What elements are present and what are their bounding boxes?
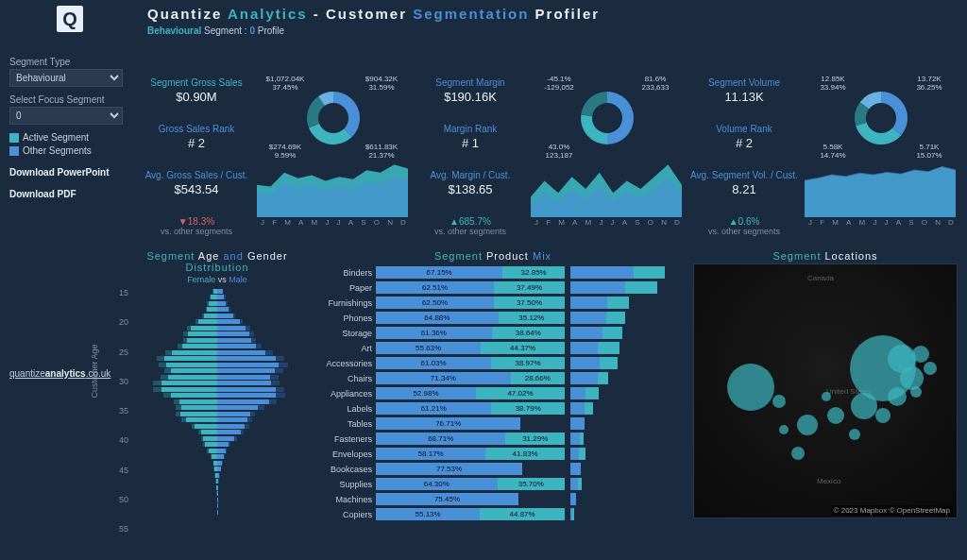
mix-row[interactable]: Storage61.36%38.64%: [302, 326, 684, 340]
mix-row[interactable]: Labels61.21%38.79%: [302, 401, 684, 416]
mix-label: Phones: [302, 314, 372, 323]
mix-label: Paper: [302, 283, 372, 293]
kpi-avg-value: $138.65: [414, 182, 527, 196]
map-bubble[interactable]: [772, 395, 786, 408]
kpi-value: 11.13K: [687, 90, 801, 104]
kpi-title: Segment Gross Sales: [140, 77, 253, 88]
mix-label: Machines: [302, 495, 372, 504]
focus-segment-select[interactable]: 0: [9, 107, 123, 125]
mix-row[interactable]: Machines75.45%: [302, 492, 684, 506]
kpi-title: Segment Margin: [414, 77, 527, 88]
locations-title: Segment Locations: [693, 250, 958, 262]
map-bubble[interactable]: [822, 392, 831, 401]
donut-chart[interactable]: 12.85K33.94%13.72K36.25%5.58K14.74%5.71K…: [805, 76, 958, 161]
product-mix-rows: Binders67.15%32.85%Paper62.51%37.49%Furn…: [302, 265, 684, 521]
map-bubble[interactable]: [910, 386, 922, 398]
donut-label: 43.0%123,187: [531, 144, 587, 161]
kpi-delta-sub: vs. other segments: [687, 227, 801, 236]
segment-type-select[interactable]: Behavioural: [9, 69, 123, 87]
svg-point-0: [318, 103, 348, 133]
mix-pct-bar: 62.51%37.49%: [376, 281, 565, 294]
kpi-rank-title: Volume Rank: [687, 124, 801, 134]
pyramid-tick: 15: [119, 288, 128, 297]
mix-label: Furnishings: [302, 298, 372, 308]
kpi-block: Segment Margin $190.16K Margin Rank # 1 …: [414, 76, 684, 246]
kpi-avg-value: 8.21: [687, 182, 801, 196]
mix-total-bar: [570, 312, 625, 324]
kpi-block: Segment Volume 11.13K Volume Rank # 2 Av…: [687, 76, 958, 246]
map-bubble[interactable]: [827, 407, 844, 424]
locations-map[interactable]: Canada United States Mexico © 2023 Mapbo…: [693, 263, 958, 518]
map-bubble[interactable]: [900, 366, 924, 390]
brand-logo: Q: [57, 6, 83, 32]
page-subtitle: Behavioural Segment : 0 Profile: [147, 25, 967, 36]
legend-swatch-teal: [9, 133, 19, 143]
age-gender-title: Segment Age and Gender Distribution: [142, 250, 293, 273]
map-bubble[interactable]: [912, 346, 929, 363]
donut-label: 5.71K15.07%: [901, 144, 958, 161]
mix-row[interactable]: Appliances52.98%47.02%: [302, 386, 684, 400]
map-credit: © 2023 Mapbox © OpenStreetMap: [831, 505, 953, 516]
kpi-rank-value: # 1: [414, 136, 527, 150]
map-bubble[interactable]: [779, 425, 789, 434]
pyramid-tick: 45: [119, 466, 128, 475]
map-bubble[interactable]: [924, 362, 937, 375]
kpi-avg-title: Avg. Gross Sales / Cust.: [140, 170, 253, 180]
mix-row[interactable]: Envelopes58.17%41.83%: [302, 447, 684, 461]
download-pdf-button[interactable]: Download PDF: [9, 189, 132, 199]
kpi-rank-value: # 2: [687, 136, 801, 150]
mix-row[interactable]: Accessories61.03%38.97%: [302, 356, 684, 370]
mix-pct-bar: 55.63%44.37%: [376, 342, 565, 354]
mix-pct-bar: 58.17%41.83%: [376, 448, 565, 460]
download-ppt-button[interactable]: Download PowerPoint: [9, 167, 132, 178]
area-chart[interactable]: JFMAMJJASOND: [805, 161, 958, 227]
mix-total-bar: [570, 342, 619, 354]
mix-pct-bar: 61.36%38.64%: [376, 327, 565, 339]
map-bubble[interactable]: [851, 393, 877, 419]
map-bubble[interactable]: [791, 447, 805, 460]
kpi-rank-value: # 2: [140, 136, 253, 150]
mix-total-bar: [570, 463, 584, 475]
map-bubble[interactable]: [727, 364, 774, 411]
map-label-mexico: Mexico: [817, 477, 840, 485]
month-axis: JFMAMJJASOND: [257, 218, 410, 227]
mix-row[interactable]: Bookcases77.53%: [302, 462, 684, 476]
donut-chart[interactable]: $1,072.04K37.45%$904.32K31.59%$274.69K9.…: [257, 76, 410, 161]
mix-pct-bar: 62.50%37.50%: [376, 297, 565, 309]
mix-total-bar: [570, 327, 622, 339]
mix-row[interactable]: Copiers55.13%44.87%: [302, 507, 684, 521]
mix-pct-bar: 61.21%38.79%: [376, 402, 565, 415]
age-gender-panel: Segment Age and Gender Distribution Fema…: [9, 250, 293, 555]
kpi-delta: ▲0.6%: [687, 216, 801, 227]
mix-row[interactable]: Supplies64.30%35.70%: [302, 477, 684, 491]
map-bubble[interactable]: [875, 408, 891, 423]
mix-total-bar: [570, 281, 657, 294]
donut-label: 13.72K36.25%: [901, 76, 958, 93]
mix-row[interactable]: Binders67.15%32.85%: [302, 265, 684, 280]
mix-label: Envelopes: [302, 450, 372, 459]
mix-row[interactable]: Fasteners68.71%31.29%: [302, 432, 684, 446]
mix-pct-bar: 77.53%: [376, 463, 565, 475]
map-bubble[interactable]: [849, 429, 860, 440]
mix-row[interactable]: Furnishings62.50%37.50%: [302, 296, 684, 310]
segment-type-label: Segment Type: [9, 57, 132, 67]
area-chart[interactable]: JFMAMJJASOND: [531, 161, 684, 227]
donut-chart[interactable]: -45.1%-129,05281.6%233,63343.0%123,187: [531, 76, 684, 161]
mix-row[interactable]: Art55.63%44.37%: [302, 341, 684, 355]
mix-row[interactable]: Paper62.51%37.49%: [302, 280, 684, 295]
area-chart[interactable]: JFMAMJJASOND: [257, 161, 410, 227]
month-axis: JFMAMJJASOND: [805, 218, 958, 227]
mix-total-bar: [570, 266, 665, 279]
mix-total-bar: [570, 478, 582, 490]
mix-row[interactable]: Phones64.88%35.12%: [302, 311, 684, 325]
map-bubble[interactable]: [797, 415, 818, 435]
mix-row[interactable]: Tables76.71%: [302, 416, 684, 431]
mix-total-bar: [570, 402, 593, 415]
pyramid-chart[interactable]: Customer Age: [142, 288, 293, 552]
mix-row[interactable]: Chairs71.34%28.66%: [302, 371, 684, 385]
map-bubble[interactable]: [888, 387, 907, 406]
mix-total-bar: [570, 417, 589, 430]
mix-label: Accessories: [302, 359, 372, 368]
pyramid-tick: 40: [119, 435, 128, 445]
pyramid-tick: 30: [119, 377, 128, 386]
